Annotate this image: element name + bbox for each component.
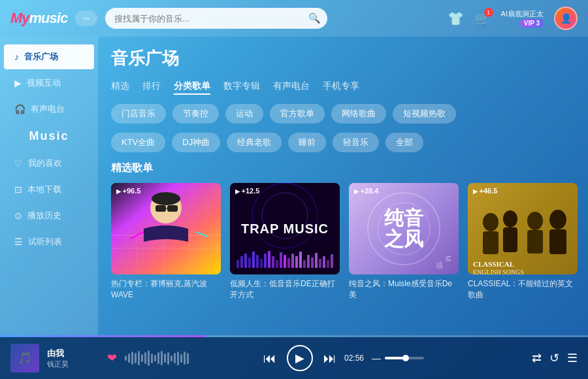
card-label-1: 热门专栏：赛博丽克,蒸汽波WAVE xyxy=(111,278,221,301)
playlist-card-2[interactable]: +12.5 xyxy=(230,183,340,301)
avatar-icon: 👤 xyxy=(561,13,572,24)
cat-sleep[interactable]: 睡前 xyxy=(288,133,326,152)
sidebar: ♪ 音乐广场 ▶ 视频互动 🎧 有声电台 Music ♡ 我的喜欢 ⊡ 本地下载… xyxy=(0,37,98,337)
repeat-button[interactable]: ↺ xyxy=(549,351,559,365)
search-input[interactable] xyxy=(105,8,327,29)
wave-bar xyxy=(187,353,189,364)
main-layout: ♪ 音乐广场 ▶ 视频互动 🎧 有声电台 Music ♡ 我的喜欢 ⊡ 本地下载… xyxy=(0,37,588,337)
card-thumb-1: +96.5 xyxy=(111,183,221,274)
play-button[interactable]: ▶ xyxy=(287,345,313,371)
svg-point-49 xyxy=(527,212,543,230)
song-artist: 钱正昊 xyxy=(47,359,99,369)
volume-dot xyxy=(402,355,409,361)
svg-text:CLASSICAL: CLASSICAL xyxy=(473,260,514,268)
card-label-2: 低频人生：低音音乐DE正确打开方式 xyxy=(230,278,340,301)
wave-bar xyxy=(154,355,156,361)
volume-bar[interactable] xyxy=(385,357,424,359)
current-time: 02:56 xyxy=(344,354,364,363)
sidebar-item-history[interactable]: ⊙ 播放历史 xyxy=(4,203,94,228)
cat-all[interactable]: 全部 xyxy=(385,133,423,152)
page-title: 音乐广场 xyxy=(111,47,575,70)
playlist-card-4[interactable]: +46.5 CLASSICAL xyxy=(468,183,578,301)
queue-button[interactable]: ☰ xyxy=(567,351,578,365)
svg-point-7 xyxy=(152,192,180,205)
cat-dj[interactable]: DJ神曲 xyxy=(172,133,220,152)
svg-rect-52 xyxy=(549,229,566,254)
cat-internet-songs[interactable]: 网络歌曲 xyxy=(331,104,386,124)
avatar[interactable]: 👤 xyxy=(554,7,578,30)
like-button[interactable]: ❤ xyxy=(107,351,117,365)
svg-rect-50 xyxy=(527,230,543,254)
nav-arrows[interactable]: ↔ xyxy=(75,10,97,26)
shuffle-button[interactable]: ⇄ xyxy=(532,351,542,365)
cart-icon-btn[interactable]: 🛒 1 xyxy=(474,10,491,26)
svg-rect-48 xyxy=(503,227,517,252)
wave-bar xyxy=(167,352,169,365)
music-note-icon: ♪ xyxy=(14,52,19,62)
category-row-2: KTV全曲 DJ神曲 经典老歌 睡前 轻音乐 全部 xyxy=(111,133,575,152)
section-title-featured: 精选歌单 xyxy=(111,161,575,175)
prev-button[interactable]: ⏮ xyxy=(263,351,276,366)
cat-sports[interactable]: 运动 xyxy=(225,104,263,124)
sidebar-item-video[interactable]: ▶ 视频互动 xyxy=(4,71,94,95)
sidebar-item-radio[interactable]: 🎧 有声电台 xyxy=(4,97,94,122)
wave-bar xyxy=(138,351,140,365)
player-song-info: 由我 钱正昊 xyxy=(47,348,99,369)
svg-point-51 xyxy=(549,210,566,229)
sidebar-item-label-music-square: 音乐广场 xyxy=(24,51,58,63)
wave-bar xyxy=(161,351,163,365)
playlist-card-3[interactable]: +28.4 纯音 之风 M感 纯音之风：Muisle感受音乐De美 xyxy=(349,183,459,301)
shirt-icon-btn[interactable]: 👕 xyxy=(448,10,464,26)
tab-ranking[interactable]: 排行 xyxy=(142,80,161,95)
tab-audio-radio[interactable]: 有声电台 xyxy=(273,80,310,95)
card-count-4: +46.5 xyxy=(473,187,497,195)
cat-short-video[interactable]: 短视频热歌 xyxy=(393,104,456,124)
tab-category[interactable]: 分类歌单 xyxy=(174,80,210,95)
sidebar-item-label-radio: 有声电台 xyxy=(31,103,65,115)
right-controls: ⇄ ↺ ☰ xyxy=(532,351,578,365)
svg-point-47 xyxy=(503,210,517,227)
back-forward-icon: ↔ xyxy=(82,13,91,24)
cat-rhythm[interactable]: 节奏控 xyxy=(172,104,219,124)
tab-digital-album[interactable]: 数字专辑 xyxy=(223,80,260,95)
playlist-card-1[interactable]: +96.5 xyxy=(111,183,221,301)
logo-my: My xyxy=(10,10,29,26)
wave-bar xyxy=(180,354,182,363)
cat-light-music[interactable]: 轻音乐 xyxy=(333,133,379,152)
album-art-icon: 🎵 xyxy=(18,351,32,365)
logo-music: music xyxy=(29,10,68,26)
tab-featured[interactable]: 精选 xyxy=(111,80,129,95)
sidebar-item-playlist[interactable]: ☰ 试听列表 xyxy=(4,229,94,254)
wave-bar xyxy=(135,353,137,363)
heart-icon: ♡ xyxy=(14,158,23,169)
tab-mobile-exclusive[interactable]: 手机专享 xyxy=(323,80,359,95)
sidebar-item-music-square[interactable]: ♪ 音乐广场 xyxy=(4,44,94,69)
next-button[interactable]: ⏭ xyxy=(323,351,336,366)
wave-bar xyxy=(131,352,133,365)
card-thumb-2: +12.5 xyxy=(230,183,340,274)
app-logo: Mymusic xyxy=(10,10,67,27)
svg-rect-8 xyxy=(155,205,166,212)
cart-badge: 1 xyxy=(484,8,493,17)
cat-ktv[interactable]: KTV全曲 xyxy=(111,133,165,152)
wave-bar xyxy=(148,350,150,366)
waveform xyxy=(125,348,255,368)
wave-bar xyxy=(157,352,159,364)
content-area: 音乐广场 精选 排行 分类歌单 数字专辑 有声电台 手机专享 门店音乐 节奏控 … xyxy=(98,37,588,337)
sidebar-item-favorites[interactable]: ♡ 我的喜欢 xyxy=(4,151,94,176)
wave-bar xyxy=(177,352,179,365)
trap-music-title: TRAP MUSIC xyxy=(241,222,329,236)
download-icon: ⊡ xyxy=(14,184,22,195)
sidebar-item-label-video: 视频互动 xyxy=(27,77,61,89)
cat-official[interactable]: 官方歌单 xyxy=(270,104,325,124)
cat-classic[interactable]: 经典老歌 xyxy=(227,133,282,152)
svg-text:ENGLISH SONGS: ENGLISH SONGS xyxy=(473,269,524,274)
search-button[interactable]: 🔍 xyxy=(308,12,321,24)
svg-point-42 xyxy=(368,193,440,265)
sidebar-item-label-playlist: 试听列表 xyxy=(28,236,62,248)
svg-rect-46 xyxy=(483,231,498,254)
sidebar-item-downloads[interactable]: ⊡ 本地下载 xyxy=(4,177,94,202)
card-label-4: CLASSIEAL：不能错过的英文歌曲 xyxy=(468,278,578,301)
cat-store-music[interactable]: 门店音乐 xyxy=(111,104,166,124)
song-title: 由我 xyxy=(47,348,99,359)
